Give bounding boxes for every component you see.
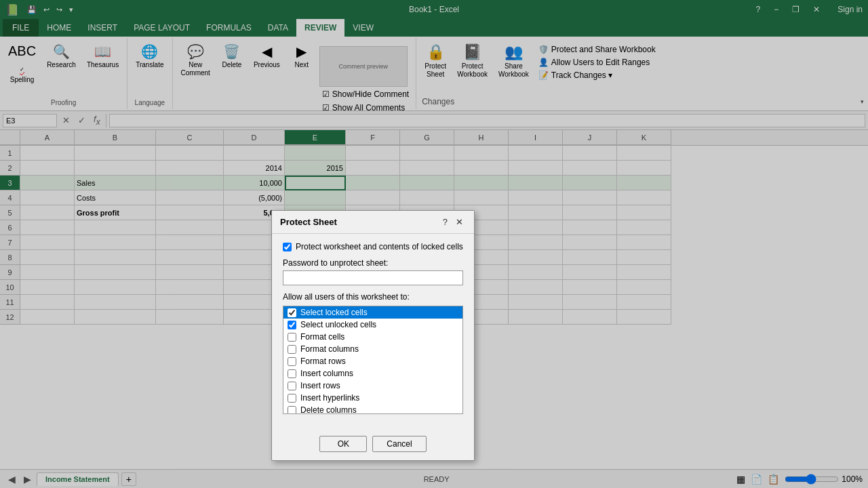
allow-label: Allow all users of this worksheet to: — [283, 292, 463, 302]
dialog-close-button[interactable]: ✕ — [453, 216, 466, 228]
list-item-insert-hyperlinks[interactable]: Insert hyperlinks — [283, 392, 462, 404]
list-item-select-locked[interactable]: Select locked cells — [283, 306, 462, 319]
cb-insert-hyperlinks[interactable] — [288, 394, 296, 403]
cb-format-cells[interactable] — [288, 333, 296, 342]
cb-select-locked[interactable] — [288, 308, 296, 317]
label-insert-hyperlinks: Insert hyperlinks — [300, 393, 359, 403]
list-item-insert-columns[interactable]: Insert columns — [283, 367, 462, 380]
cancel-button[interactable]: Cancel — [372, 436, 426, 452]
cb-delete-columns[interactable] — [288, 406, 296, 415]
allow-list: Select locked cells Select unlocked cell… — [283, 306, 463, 414]
password-input[interactable] — [283, 270, 463, 285]
ok-button[interactable]: OK — [319, 436, 367, 452]
dialog-footer: OK Cancel — [272, 430, 474, 460]
protect-contents-row: Protect worksheet and contents of locked… — [283, 242, 463, 251]
label-insert-columns: Insert columns — [300, 369, 353, 378]
label-delete-columns: Delete columns — [300, 405, 357, 414]
label-format-cells: Format cells — [300, 332, 344, 342]
protect-sheet-dialog: Protect Sheet ? ✕ Protect worksheet and … — [271, 210, 475, 461]
label-format-columns: Format columns — [300, 344, 359, 354]
label-format-rows: Format rows — [300, 357, 346, 366]
list-item-select-unlocked[interactable]: Select unlocked cells — [283, 319, 462, 331]
dialog-content: Protect worksheet and contents of locked… — [272, 234, 474, 430]
protect-contents-checkbox[interactable] — [283, 243, 292, 251]
cb-insert-rows[interactable] — [288, 382, 296, 390]
cb-select-unlocked[interactable] — [288, 321, 296, 329]
label-select-locked: Select locked cells — [300, 308, 368, 317]
list-item-format-columns[interactable]: Format columns — [283, 343, 462, 355]
cb-insert-columns[interactable] — [288, 369, 296, 378]
label-select-unlocked: Select unlocked cells — [300, 320, 376, 329]
label-insert-rows: Insert rows — [300, 381, 340, 390]
cb-format-columns[interactable] — [288, 345, 296, 354]
dialog-title-bar: Protect Sheet ? ✕ — [272, 211, 474, 234]
dialog-title-actions: ? ✕ — [440, 216, 466, 228]
list-item-format-cells[interactable]: Format cells — [283, 331, 462, 343]
dialog-title: Protect Sheet — [280, 217, 337, 227]
modal-overlay: Protect Sheet ? ✕ Protect worksheet and … — [0, 0, 868, 488]
list-item-delete-columns[interactable]: Delete columns — [283, 404, 462, 414]
list-item-format-rows[interactable]: Format rows — [283, 355, 462, 367]
protect-contents-label: Protect worksheet and contents of locked… — [296, 242, 463, 251]
list-item-insert-rows[interactable]: Insert rows — [283, 380, 462, 392]
dialog-help-button[interactable]: ? — [440, 216, 450, 228]
password-label: Password to unprotect sheet: — [283, 258, 463, 268]
cb-format-rows[interactable] — [288, 357, 296, 366]
